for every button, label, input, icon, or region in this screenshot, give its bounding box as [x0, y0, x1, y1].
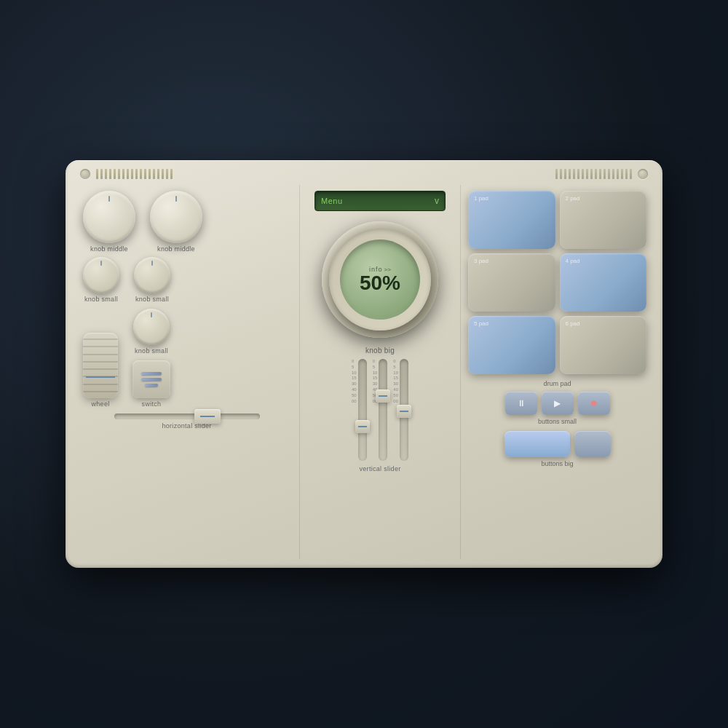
knob-small-2[interactable] — [134, 257, 170, 293]
knob-small-2-label: knob small — [135, 296, 169, 303]
switch-group: switch — [132, 360, 170, 408]
pad-6[interactable]: 6 pad — [560, 316, 647, 374]
v-thumb-3[interactable] — [397, 405, 411, 418]
drum-pad-section-label: drum pad — [468, 380, 646, 387]
v-track-3 — [400, 359, 408, 461]
switch-line-1 — [141, 372, 162, 375]
transport-buttons-row: ⏸ ▶ ⏺ — [505, 392, 610, 415]
knob-middle-1-label: knob middle — [90, 245, 128, 253]
vent-top-bar — [74, 169, 654, 179]
h-slider-thumb[interactable] — [194, 409, 221, 424]
record-button[interactable]: ⏺ — [578, 392, 610, 415]
switch-line-2 — [141, 378, 162, 381]
v-slider-2-group: 051015 30405000 — [373, 359, 388, 461]
pad-6-label: 6 pad — [566, 320, 580, 327]
record-icon: ⏺ — [590, 398, 598, 408]
v-scale-1: 051015 30405000 — [352, 359, 357, 461]
knob-middle-1[interactable] — [83, 191, 135, 243]
buttons-small-section: ⏸ ▶ ⏺ buttons small — [468, 392, 646, 425]
knob-small-2-group: knob small — [134, 257, 170, 303]
pad-1-label: 1 pad — [474, 195, 488, 202]
play-icon: ▶ — [554, 398, 561, 408]
big-knob-inner: info >> 50% — [340, 240, 420, 320]
vent-right — [555, 169, 632, 179]
v-slider-3-container: 051015 30405000 — [393, 359, 408, 461]
h-slider-group: horizontal slider — [83, 414, 290, 430]
switch-control[interactable] — [132, 360, 170, 398]
main-content: knob middle knob middle knob small knob … — [74, 185, 654, 559]
pad-4-label: 4 pad — [566, 258, 580, 264]
knob-small-1-label: knob small — [84, 296, 118, 303]
lcd-display[interactable]: Menu v — [314, 191, 446, 211]
middle-panel: Menu v info >> 50% — [300, 185, 460, 559]
pad-4[interactable]: 4 pad — [560, 253, 647, 312]
knob-middle-row: knob middle knob middle — [83, 191, 290, 253]
big-knob-outer[interactable]: info >> 50% — [322, 221, 438, 338]
left-panel: knob middle knob middle knob small knob … — [74, 185, 300, 559]
wheel-control[interactable] — [83, 333, 118, 398]
wheel-label: wheel — [91, 400, 109, 408]
knob-small-1[interactable] — [83, 257, 119, 293]
big-buttons-row — [505, 431, 611, 457]
play-button[interactable]: ▶ — [542, 392, 574, 415]
v-track-2 — [379, 359, 387, 461]
pad-2-label: 2 pad — [566, 195, 580, 202]
knob-middle-2-label: knob middle — [157, 245, 195, 253]
big-knob-center: info >> 50% — [322, 221, 438, 338]
bottom-controls-row: wheel knob small switch — [83, 309, 290, 408]
screw-top-left — [80, 169, 90, 179]
v-thumb-1[interactable] — [355, 420, 370, 433]
pad-3[interactable]: 3 pad — [468, 253, 555, 312]
device-body: knob middle knob middle knob small knob … — [66, 160, 662, 568]
knob-small-3-group: knob small — [132, 309, 170, 355]
knob-middle-2-group: knob middle — [150, 191, 202, 253]
big-knob-value: 50% — [360, 273, 400, 293]
v-track-1 — [358, 359, 367, 461]
knob-switch-column: knob small switch — [132, 309, 170, 408]
knob-small-1-group: knob small — [83, 257, 119, 303]
knob-middle-1-group: knob middle — [83, 191, 135, 253]
pad-1[interactable]: 1 pad — [468, 191, 555, 249]
big-button-2[interactable] — [574, 431, 611, 457]
h-slider-track — [114, 414, 260, 419]
big-knob-ring: info >> 50% — [329, 229, 431, 331]
knob-middle-2[interactable] — [150, 191, 202, 243]
pad-2[interactable]: 2 pad — [560, 191, 647, 249]
knob-small-3[interactable] — [133, 309, 170, 345]
lcd-menu-text: Menu — [321, 197, 343, 205]
lcd-arrow: v — [435, 196, 439, 206]
vent-left — [96, 169, 173, 179]
v-slider-1-container: 051015 30405000 — [352, 359, 367, 461]
wheel-group: wheel — [83, 333, 118, 408]
v-slider-2-container: 051015 30405000 — [373, 359, 388, 461]
pad-5-label: 5 pad — [474, 320, 488, 327]
v-slider-1-group: 051015 30405000 — [352, 359, 367, 461]
v-sliders-section: 051015 30405000 051015 30405000 — [307, 359, 453, 461]
v-slider-label: vertical slider — [359, 465, 400, 472]
right-panel: 1 pad 2 pad 3 pad 4 pad 5 pad 6 pad dr — [460, 185, 654, 559]
switch-label: switch — [142, 400, 162, 408]
screw-top-right — [638, 169, 648, 179]
pause-icon: ⏸ — [517, 398, 526, 408]
v-thumb-2[interactable] — [376, 389, 390, 403]
knob-small-3-label: knob small — [135, 347, 168, 355]
pad-5[interactable]: 5 pad — [468, 316, 555, 374]
drum-pads-grid: 1 pad 2 pad 3 pad 4 pad 5 pad 6 pad — [468, 191, 646, 374]
buttons-big-section: buttons big — [468, 430, 646, 467]
buttons-big-label: buttons big — [541, 460, 573, 467]
v-slider-3-group: 051015 30405000 — [393, 359, 408, 461]
knob-small-row-1: knob small knob small — [83, 257, 290, 303]
switch-line-3 — [145, 384, 158, 387]
big-knob-label: knob big — [365, 347, 395, 355]
buttons-small-label: buttons small — [538, 418, 577, 425]
pause-button[interactable]: ⏸ — [505, 392, 537, 415]
v-scale-2: 051015 30405000 — [373, 359, 378, 461]
big-button-1[interactable] — [505, 431, 570, 457]
pad-3-label: 3 pad — [474, 258, 488, 264]
